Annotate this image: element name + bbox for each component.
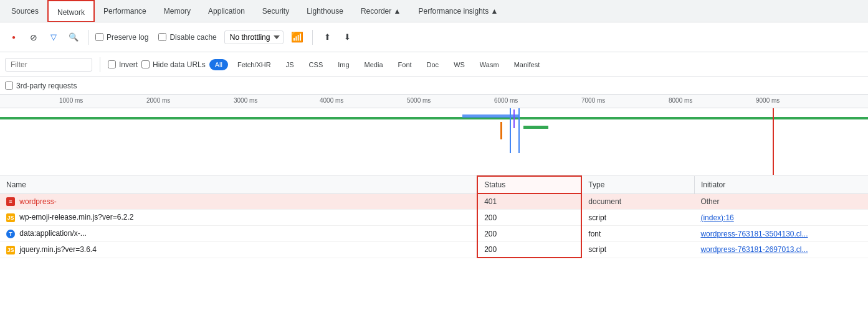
filter-button[interactable]: ▽ (45, 29, 62, 46)
timeline-ruler: 1000 ms 2000 ms 3000 ms 4000 ms 5000 ms … (0, 95, 868, 108)
col-header-type[interactable]: Type (581, 176, 694, 194)
invert-checkbox[interactable] (108, 60, 116, 68)
disable-cache-checkbox[interactable] (158, 33, 166, 41)
top-tabs: Sources Network Performance Memory Appli… (0, 0, 868, 22)
tab-memory[interactable]: Memory (155, 0, 199, 22)
tab-performance[interactable]: Performance (95, 0, 155, 22)
record-icon: ● (12, 34, 16, 40)
font-icon: T (6, 230, 15, 238)
download-button[interactable]: ⬇ (339, 29, 356, 46)
toolbar: ● ⊘ ▽ 🔍 Preserve log Disable cache No th… (0, 22, 868, 52)
chip-ws[interactable]: WS (448, 59, 470, 70)
hide-data-urls-checkbox[interactable] (141, 60, 150, 68)
hide-data-urls-label[interactable]: Hide data URLs (141, 60, 206, 69)
col-header-name[interactable]: Name (0, 176, 477, 194)
cell-type-0: document (581, 194, 694, 210)
cell-initiator-2: wordpress-763181-3504130.cl... (694, 226, 868, 242)
invert-label[interactable]: Invert (108, 60, 138, 69)
third-party-label[interactable]: 3rd-party requests (5, 82, 77, 90)
chip-css[interactable]: CSS (303, 59, 329, 70)
ruler-7000: 7000 ms (581, 97, 605, 104)
preserve-log-label[interactable]: Preserve log (95, 33, 148, 42)
timeline-content[interactable] (0, 108, 868, 175)
filter-icon: ▽ (50, 32, 57, 42)
search-icon: 🔍 (69, 32, 79, 42)
table-row[interactable]: JS wp-emoji-release.min.js?ver=6.2.2 200… (0, 210, 868, 226)
chip-font[interactable]: Font (393, 59, 417, 70)
green-short-bar (523, 126, 548, 129)
purple-vline (513, 110, 515, 128)
col-header-initiator[interactable]: Initiator (694, 176, 868, 194)
chip-img[interactable]: Img (332, 59, 355, 70)
orange-vline (500, 122, 502, 139)
col-header-status[interactable]: Status (477, 176, 581, 194)
cell-name-3: JS jquery.min.js?ver=3.6.4 (0, 241, 477, 258)
tab-security[interactable]: Security (254, 0, 298, 22)
tab-sources[interactable]: Sources (2, 0, 47, 22)
tab-application[interactable]: Application (199, 0, 254, 22)
ruler-1000: 1000 ms (59, 97, 83, 104)
cell-initiator-3: wordpress-763181-2697013.cl... (694, 241, 868, 258)
ruler-4000: 4000 ms (320, 97, 343, 104)
table-row[interactable]: ≡ wordpress- 401 document Other (0, 194, 868, 210)
tab-lighthouse[interactable]: Lighthouse (298, 0, 352, 22)
chip-wasm[interactable]: Wasm (474, 59, 505, 70)
separator-2 (312, 30, 313, 45)
cell-status-3: 200 (477, 241, 581, 258)
table-row[interactable]: JS jquery.min.js?ver=3.6.4 200 script wo… (0, 241, 868, 258)
tab-network[interactable]: Network (47, 0, 95, 22)
chip-js[interactable]: JS (280, 59, 300, 70)
green-bar (0, 117, 868, 119)
chip-doc[interactable]: Doc (421, 59, 445, 70)
search-button[interactable]: 🔍 (65, 29, 82, 46)
filter-input[interactable] (5, 58, 92, 72)
cell-type-3: script (581, 241, 694, 258)
chip-all[interactable]: All (209, 59, 228, 70)
network-table-wrapper: Name Status Type Initiator ≡ wordpress- … (0, 175, 868, 258)
upload-icon: ⬆ (324, 32, 331, 42)
chip-manifest[interactable]: Manifest (508, 59, 546, 70)
clear-icon: ⊘ (30, 32, 37, 42)
tab-recorder[interactable]: Recorder ▲ (352, 0, 410, 22)
cell-name-0: ≡ wordpress- (0, 194, 477, 210)
ruler-9000: 9000 ms (756, 97, 780, 104)
cell-status-0: 401 (477, 194, 581, 210)
ruler-8000: 8000 ms (669, 97, 692, 104)
blue-vline-2 (518, 108, 520, 153)
wifi-button[interactable]: 📶 (289, 29, 306, 46)
cell-initiator-0: Other (694, 194, 868, 210)
filter-sep-1 (100, 57, 100, 72)
filter-row: Invert Hide data URLs All Fetch/XHR JS C… (0, 52, 868, 77)
cell-type-2: font (581, 226, 694, 242)
disable-cache-label[interactable]: Disable cache (158, 33, 216, 42)
chip-fetch-xhr[interactable]: Fetch/XHR (232, 59, 277, 70)
third-party-checkbox[interactable] (5, 82, 13, 90)
cell-status-1: 200 (477, 210, 581, 226)
cell-status-2: 200 (477, 226, 581, 242)
wifi-icon: 📶 (291, 31, 303, 43)
download-icon: ⬇ (344, 32, 351, 42)
ruler-3000: 3000 ms (234, 97, 257, 104)
cell-name-2: T data:application/x-... (0, 226, 477, 242)
cell-name-1: JS wp-emoji-release.min.js?ver=6.2.2 (0, 210, 477, 226)
throttle-select[interactable]: No throttling Fast 3G Slow 3G Offline (224, 30, 284, 44)
third-party-row: 3rd-party requests (0, 77, 868, 95)
network-table: Name Status Type Initiator ≡ wordpress- … (0, 175, 868, 258)
upload-button[interactable]: ⬆ (319, 29, 336, 46)
record-button[interactable]: ● (5, 29, 22, 46)
preserve-log-checkbox[interactable] (95, 33, 103, 41)
tab-performance-insights[interactable]: Performance insights ▲ (409, 0, 507, 22)
blue-vline-1 (510, 108, 511, 153)
chip-media[interactable]: Media (359, 59, 389, 70)
doc-icon: ≡ (6, 197, 15, 206)
ruler-6000: 6000 ms (494, 97, 518, 104)
js-icon-2: JS (6, 246, 15, 254)
table-header-row: Name Status Type Initiator (0, 176, 868, 194)
ruler-5000: 5000 ms (407, 97, 431, 104)
table-row[interactable]: T data:application/x-... 200 font wordpr… (0, 226, 868, 242)
red-vline (773, 108, 774, 175)
cell-type-1: script (581, 210, 694, 226)
timeline-area: 1000 ms 2000 ms 3000 ms 4000 ms 5000 ms … (0, 95, 868, 175)
separator-1 (88, 30, 89, 45)
clear-button[interactable]: ⊘ (25, 29, 42, 46)
